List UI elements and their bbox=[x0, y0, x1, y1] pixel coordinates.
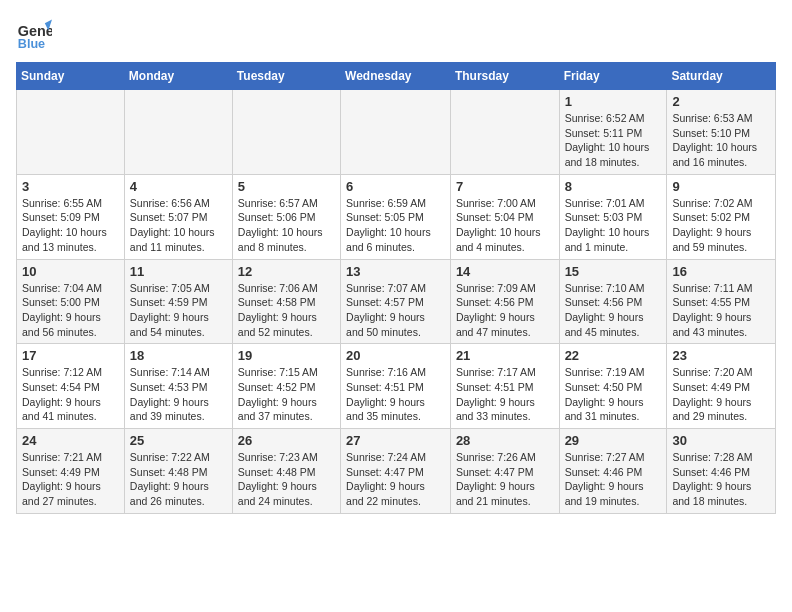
calendar-cell: 16Sunrise: 7:11 AM Sunset: 4:55 PM Dayli… bbox=[667, 259, 776, 344]
day-detail: Sunrise: 7:04 AM Sunset: 5:00 PM Dayligh… bbox=[22, 281, 119, 340]
calendar-cell: 7Sunrise: 7:00 AM Sunset: 5:04 PM Daylig… bbox=[450, 174, 559, 259]
day-detail: Sunrise: 7:17 AM Sunset: 4:51 PM Dayligh… bbox=[456, 365, 554, 424]
weekday-header: Wednesday bbox=[341, 63, 451, 90]
calendar-cell: 14Sunrise: 7:09 AM Sunset: 4:56 PM Dayli… bbox=[450, 259, 559, 344]
day-number: 29 bbox=[565, 433, 662, 448]
day-detail: Sunrise: 7:26 AM Sunset: 4:47 PM Dayligh… bbox=[456, 450, 554, 509]
day-detail: Sunrise: 6:59 AM Sunset: 5:05 PM Dayligh… bbox=[346, 196, 445, 255]
calendar-cell: 17Sunrise: 7:12 AM Sunset: 4:54 PM Dayli… bbox=[17, 344, 125, 429]
day-number: 12 bbox=[238, 264, 335, 279]
calendar-cell bbox=[232, 90, 340, 175]
day-number: 20 bbox=[346, 348, 445, 363]
day-number: 14 bbox=[456, 264, 554, 279]
day-detail: Sunrise: 7:05 AM Sunset: 4:59 PM Dayligh… bbox=[130, 281, 227, 340]
day-detail: Sunrise: 7:12 AM Sunset: 4:54 PM Dayligh… bbox=[22, 365, 119, 424]
day-number: 10 bbox=[22, 264, 119, 279]
calendar-cell: 29Sunrise: 7:27 AM Sunset: 4:46 PM Dayli… bbox=[559, 429, 667, 514]
day-number: 18 bbox=[130, 348, 227, 363]
day-detail: Sunrise: 7:23 AM Sunset: 4:48 PM Dayligh… bbox=[238, 450, 335, 509]
calendar-cell bbox=[341, 90, 451, 175]
day-detail: Sunrise: 7:06 AM Sunset: 4:58 PM Dayligh… bbox=[238, 281, 335, 340]
day-number: 15 bbox=[565, 264, 662, 279]
weekday-header: Sunday bbox=[17, 63, 125, 90]
day-number: 7 bbox=[456, 179, 554, 194]
calendar-cell: 12Sunrise: 7:06 AM Sunset: 4:58 PM Dayli… bbox=[232, 259, 340, 344]
day-detail: Sunrise: 6:57 AM Sunset: 5:06 PM Dayligh… bbox=[238, 196, 335, 255]
day-detail: Sunrise: 7:22 AM Sunset: 4:48 PM Dayligh… bbox=[130, 450, 227, 509]
calendar-cell bbox=[124, 90, 232, 175]
day-detail: Sunrise: 7:19 AM Sunset: 4:50 PM Dayligh… bbox=[565, 365, 662, 424]
day-detail: Sunrise: 7:10 AM Sunset: 4:56 PM Dayligh… bbox=[565, 281, 662, 340]
day-detail: Sunrise: 7:16 AM Sunset: 4:51 PM Dayligh… bbox=[346, 365, 445, 424]
calendar-cell: 27Sunrise: 7:24 AM Sunset: 4:47 PM Dayli… bbox=[341, 429, 451, 514]
day-number: 28 bbox=[456, 433, 554, 448]
calendar-cell: 21Sunrise: 7:17 AM Sunset: 4:51 PM Dayli… bbox=[450, 344, 559, 429]
day-number: 19 bbox=[238, 348, 335, 363]
day-number: 27 bbox=[346, 433, 445, 448]
calendar-cell: 23Sunrise: 7:20 AM Sunset: 4:49 PM Dayli… bbox=[667, 344, 776, 429]
day-detail: Sunrise: 7:28 AM Sunset: 4:46 PM Dayligh… bbox=[672, 450, 770, 509]
calendar-cell: 2Sunrise: 6:53 AM Sunset: 5:10 PM Daylig… bbox=[667, 90, 776, 175]
calendar-cell: 15Sunrise: 7:10 AM Sunset: 4:56 PM Dayli… bbox=[559, 259, 667, 344]
day-number: 17 bbox=[22, 348, 119, 363]
day-detail: Sunrise: 7:00 AM Sunset: 5:04 PM Dayligh… bbox=[456, 196, 554, 255]
calendar-cell: 25Sunrise: 7:22 AM Sunset: 4:48 PM Dayli… bbox=[124, 429, 232, 514]
logo: General Blue bbox=[16, 16, 58, 52]
calendar-cell: 6Sunrise: 6:59 AM Sunset: 5:05 PM Daylig… bbox=[341, 174, 451, 259]
day-detail: Sunrise: 7:24 AM Sunset: 4:47 PM Dayligh… bbox=[346, 450, 445, 509]
calendar-cell: 19Sunrise: 7:15 AM Sunset: 4:52 PM Dayli… bbox=[232, 344, 340, 429]
calendar-cell: 20Sunrise: 7:16 AM Sunset: 4:51 PM Dayli… bbox=[341, 344, 451, 429]
day-detail: Sunrise: 6:53 AM Sunset: 5:10 PM Dayligh… bbox=[672, 111, 770, 170]
calendar-cell: 3Sunrise: 6:55 AM Sunset: 5:09 PM Daylig… bbox=[17, 174, 125, 259]
weekday-header: Monday bbox=[124, 63, 232, 90]
calendar-cell: 26Sunrise: 7:23 AM Sunset: 4:48 PM Dayli… bbox=[232, 429, 340, 514]
calendar-cell bbox=[450, 90, 559, 175]
day-number: 21 bbox=[456, 348, 554, 363]
calendar-cell: 4Sunrise: 6:56 AM Sunset: 5:07 PM Daylig… bbox=[124, 174, 232, 259]
weekday-header: Thursday bbox=[450, 63, 559, 90]
day-number: 23 bbox=[672, 348, 770, 363]
day-detail: Sunrise: 6:52 AM Sunset: 5:11 PM Dayligh… bbox=[565, 111, 662, 170]
day-number: 22 bbox=[565, 348, 662, 363]
day-number: 30 bbox=[672, 433, 770, 448]
day-detail: Sunrise: 7:07 AM Sunset: 4:57 PM Dayligh… bbox=[346, 281, 445, 340]
day-detail: Sunrise: 7:14 AM Sunset: 4:53 PM Dayligh… bbox=[130, 365, 227, 424]
calendar-cell: 24Sunrise: 7:21 AM Sunset: 4:49 PM Dayli… bbox=[17, 429, 125, 514]
day-number: 9 bbox=[672, 179, 770, 194]
day-number: 13 bbox=[346, 264, 445, 279]
logo-icon: General Blue bbox=[16, 16, 52, 52]
day-detail: Sunrise: 7:21 AM Sunset: 4:49 PM Dayligh… bbox=[22, 450, 119, 509]
day-detail: Sunrise: 7:11 AM Sunset: 4:55 PM Dayligh… bbox=[672, 281, 770, 340]
calendar-cell: 30Sunrise: 7:28 AM Sunset: 4:46 PM Dayli… bbox=[667, 429, 776, 514]
calendar-header: SundayMondayTuesdayWednesdayThursdayFrid… bbox=[17, 63, 776, 90]
calendar-cell: 22Sunrise: 7:19 AM Sunset: 4:50 PM Dayli… bbox=[559, 344, 667, 429]
calendar-cell: 9Sunrise: 7:02 AM Sunset: 5:02 PM Daylig… bbox=[667, 174, 776, 259]
day-detail: Sunrise: 7:20 AM Sunset: 4:49 PM Dayligh… bbox=[672, 365, 770, 424]
calendar-cell: 11Sunrise: 7:05 AM Sunset: 4:59 PM Dayli… bbox=[124, 259, 232, 344]
day-number: 16 bbox=[672, 264, 770, 279]
day-detail: Sunrise: 7:15 AM Sunset: 4:52 PM Dayligh… bbox=[238, 365, 335, 424]
weekday-header: Saturday bbox=[667, 63, 776, 90]
weekday-header: Tuesday bbox=[232, 63, 340, 90]
day-detail: Sunrise: 6:56 AM Sunset: 5:07 PM Dayligh… bbox=[130, 196, 227, 255]
day-number: 11 bbox=[130, 264, 227, 279]
day-number: 6 bbox=[346, 179, 445, 194]
calendar-cell: 18Sunrise: 7:14 AM Sunset: 4:53 PM Dayli… bbox=[124, 344, 232, 429]
calendar-cell bbox=[17, 90, 125, 175]
day-number: 24 bbox=[22, 433, 119, 448]
weekday-header: Friday bbox=[559, 63, 667, 90]
page-header: General Blue bbox=[16, 16, 776, 52]
day-number: 8 bbox=[565, 179, 662, 194]
calendar-cell: 1Sunrise: 6:52 AM Sunset: 5:11 PM Daylig… bbox=[559, 90, 667, 175]
day-detail: Sunrise: 6:55 AM Sunset: 5:09 PM Dayligh… bbox=[22, 196, 119, 255]
day-number: 2 bbox=[672, 94, 770, 109]
calendar-cell: 8Sunrise: 7:01 AM Sunset: 5:03 PM Daylig… bbox=[559, 174, 667, 259]
day-detail: Sunrise: 7:09 AM Sunset: 4:56 PM Dayligh… bbox=[456, 281, 554, 340]
day-number: 1 bbox=[565, 94, 662, 109]
day-number: 26 bbox=[238, 433, 335, 448]
day-number: 25 bbox=[130, 433, 227, 448]
day-number: 3 bbox=[22, 179, 119, 194]
calendar-cell: 10Sunrise: 7:04 AM Sunset: 5:00 PM Dayli… bbox=[17, 259, 125, 344]
day-detail: Sunrise: 7:27 AM Sunset: 4:46 PM Dayligh… bbox=[565, 450, 662, 509]
calendar-cell: 5Sunrise: 6:57 AM Sunset: 5:06 PM Daylig… bbox=[232, 174, 340, 259]
